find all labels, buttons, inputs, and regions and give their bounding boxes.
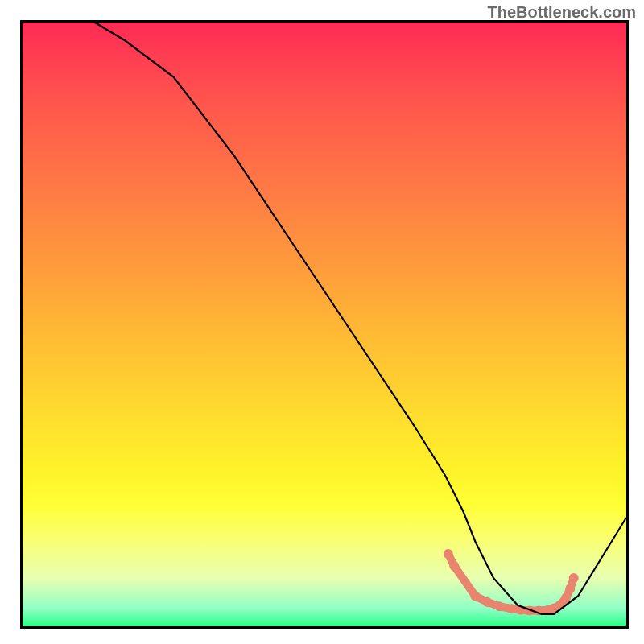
marker-point [569, 573, 579, 583]
plot-area [20, 20, 629, 629]
marker-point [444, 549, 453, 559]
watermark-text: TheBottleneck.com [488, 3, 636, 22]
marker-point [483, 597, 493, 607]
curve-line [95, 23, 626, 614]
marker-group [444, 549, 579, 616]
marker-point [561, 593, 571, 603]
marker-point [449, 561, 459, 571]
marker-point [471, 592, 481, 601]
marker-point [565, 584, 575, 594]
marker-point [507, 604, 517, 613]
marker-point [495, 601, 505, 611]
chart-svg [23, 23, 626, 626]
marker-connector [448, 554, 574, 611]
